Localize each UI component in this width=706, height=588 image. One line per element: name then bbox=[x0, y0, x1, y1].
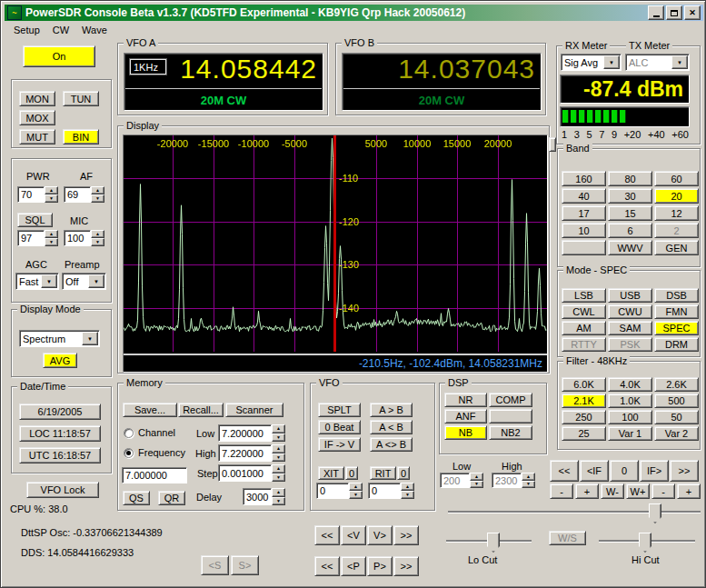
preamp-select[interactable]: Off▼ bbox=[62, 273, 106, 290]
dropdown-icon[interactable]: ▼ bbox=[82, 332, 98, 345]
mode-button-fmn[interactable]: FMN bbox=[654, 304, 699, 319]
scan-next-button[interactable]: S> bbox=[231, 555, 259, 575]
display-mode-select[interactable]: Spectrum▼ bbox=[19, 330, 100, 347]
spin-up-icon[interactable]: ▲ bbox=[272, 424, 285, 434]
filter-button-4k[interactable]: 4.0K bbox=[608, 377, 652, 392]
band-button-20[interactable]: 20 bbox=[654, 188, 699, 204]
rit-zero-button[interactable]: 0 bbox=[397, 466, 410, 480]
mut-button[interactable]: MUT bbox=[19, 129, 55, 145]
filter-shift-right-button[interactable]: >> bbox=[670, 460, 699, 482]
filter-button-25[interactable]: 25 bbox=[562, 426, 606, 441]
vfo-step-down-button[interactable]: <V bbox=[341, 525, 366, 545]
memory-recall-button[interactable]: Recall... bbox=[178, 403, 224, 417]
anf-button[interactable]: ANF bbox=[444, 409, 487, 424]
utc-time-display[interactable]: UTC 16:18:57 bbox=[19, 447, 101, 463]
rit-spinner[interactable]: 0 ▲▼ bbox=[368, 483, 414, 499]
filter-button-50[interactable]: 50 bbox=[654, 410, 699, 424]
spin-down-icon[interactable]: ▼ bbox=[401, 491, 414, 499]
local-time-display[interactable]: LOC 11:18:57 bbox=[19, 425, 101, 442]
splitter-handle[interactable] bbox=[549, 137, 556, 152]
shift-slider-thumb[interactable] bbox=[649, 503, 661, 523]
spin-up-icon[interactable]: ▲ bbox=[91, 230, 104, 238]
band-button-15[interactable]: 15 bbox=[608, 205, 652, 221]
band-button-gen[interactable]: GEN bbox=[654, 240, 699, 255]
spin-up-icon[interactable]: ▲ bbox=[272, 464, 285, 473]
mode-button-cwu[interactable]: CWU bbox=[608, 304, 652, 319]
mode-button-rtty[interactable]: RTTY bbox=[562, 337, 606, 352]
mic-spinner[interactable]: 100 ▲▼ bbox=[64, 230, 104, 246]
if-to-vfo-button[interactable]: IF -> V bbox=[318, 437, 361, 452]
menu-wave[interactable]: Wave bbox=[75, 23, 114, 37]
mode-button-dsb[interactable]: DSB bbox=[654, 288, 699, 303]
vfo-b-frequency[interactable]: 14.037043 bbox=[398, 54, 535, 85]
filter-width-plus-button[interactable]: W+ bbox=[626, 483, 650, 499]
rit-button[interactable]: RIT bbox=[370, 466, 396, 480]
qs-button[interactable]: QS bbox=[123, 491, 150, 505]
mox-button[interactable]: MOX bbox=[19, 110, 55, 125]
spin-up-icon[interactable]: ▲ bbox=[349, 483, 363, 491]
filter-width-minus-button[interactable]: W- bbox=[601, 483, 624, 499]
vfo-b-display[interactable]: 14.037043 20M CW bbox=[342, 53, 542, 111]
sql-spinner[interactable]: 97 ▲▼ bbox=[17, 230, 58, 246]
qr-button[interactable]: QR bbox=[158, 491, 185, 505]
scan-prev-button[interactable]: <S bbox=[201, 555, 229, 575]
scan-step-spinner[interactable]: 0.001000 ▲▼ bbox=[218, 464, 285, 482]
spin-down-icon[interactable]: ▼ bbox=[45, 194, 58, 203]
pan-left-button[interactable]: <P bbox=[341, 556, 366, 576]
xit-button[interactable]: XIT bbox=[318, 466, 344, 480]
filter-high-plus-button[interactable]: + bbox=[677, 483, 701, 499]
tune-step-display[interactable]: 1KHz bbox=[130, 59, 166, 75]
filter-button-250[interactable]: 250 bbox=[562, 410, 606, 424]
ws-button[interactable]: W/S bbox=[549, 531, 586, 545]
xit-zero-button[interactable]: 0 bbox=[345, 466, 358, 480]
filter-button-100[interactable]: 100 bbox=[608, 410, 652, 424]
scan-delay-spinner[interactable]: 3000 ▲▼ bbox=[243, 488, 285, 505]
spin-down-icon[interactable]: ▼ bbox=[45, 238, 58, 246]
date-display[interactable]: 6/19/2005 bbox=[19, 404, 101, 420]
vfo-lock-button[interactable]: VFO Lock bbox=[26, 482, 99, 498]
vfo-fast-down-button[interactable]: << bbox=[314, 525, 340, 545]
split-button[interactable]: SPLT bbox=[318, 403, 361, 417]
spin-down-icon[interactable]: ▼ bbox=[470, 481, 483, 489]
tx-meter-select[interactable]: ALC▼ bbox=[625, 54, 690, 71]
sql-button[interactable]: SQL bbox=[17, 213, 53, 227]
filter-low-minus-button[interactable]: - bbox=[550, 483, 573, 499]
filter-if-left-button[interactable]: <IF bbox=[580, 460, 609, 482]
spin-down-icon[interactable]: ▼ bbox=[272, 497, 285, 506]
pwr-spinner[interactable]: 70 ▲▼ bbox=[17, 186, 58, 203]
b-to-a-button[interactable]: A < B bbox=[370, 420, 413, 434]
spin-up-icon[interactable]: ▲ bbox=[522, 473, 535, 481]
spin-down-icon[interactable]: ▼ bbox=[349, 491, 363, 499]
memory-frequency-input[interactable]: 7.000000 bbox=[122, 467, 187, 483]
nr-button[interactable]: NR bbox=[444, 393, 487, 407]
rx-meter-select[interactable]: Sig Avg▼ bbox=[561, 54, 621, 71]
spin-down-icon[interactable]: ▼ bbox=[272, 453, 285, 463]
lo-cut-slider-thumb[interactable] bbox=[487, 533, 500, 553]
shift-slider-track[interactable] bbox=[448, 511, 701, 513]
vfo-step-up-button[interactable]: V> bbox=[367, 525, 393, 545]
tun-button[interactable]: TUN bbox=[63, 91, 99, 106]
avg-button[interactable]: AVG bbox=[43, 353, 77, 368]
filter-high-minus-button[interactable]: - bbox=[651, 483, 675, 499]
spin-down-icon[interactable]: ▼ bbox=[91, 238, 104, 246]
xit-spinner[interactable]: 0 ▲▼ bbox=[316, 483, 363, 499]
close-button[interactable]: ✕ bbox=[684, 5, 701, 20]
filter-if-right-button[interactable]: IF> bbox=[640, 460, 669, 482]
spin-up-icon[interactable]: ▲ bbox=[470, 473, 483, 481]
bin-button[interactable]: BIN bbox=[63, 129, 99, 145]
mode-button-sam[interactable]: SAM bbox=[608, 321, 652, 335]
pan-fast-right-button[interactable]: >> bbox=[393, 556, 419, 576]
mode-button-am[interactable]: AM bbox=[562, 321, 606, 335]
mode-button-psk[interactable]: PSK bbox=[608, 337, 652, 352]
dropdown-icon[interactable]: ▼ bbox=[88, 274, 104, 288]
dropdown-icon[interactable]: ▼ bbox=[41, 274, 57, 288]
band-button-17[interactable]: 17 bbox=[562, 205, 606, 221]
mode-button-spec[interactable]: SPEC bbox=[654, 321, 699, 335]
spin-up-icon[interactable]: ▲ bbox=[272, 488, 285, 497]
filter-button-var2[interactable]: Var 2 bbox=[654, 426, 699, 441]
dsp-blank-button[interactable] bbox=[489, 409, 532, 424]
nb-button[interactable]: NB bbox=[444, 425, 487, 440]
pan-right-button[interactable]: P> bbox=[367, 556, 393, 576]
band-button-160[interactable]: 160 bbox=[562, 171, 606, 186]
minimize-button[interactable] bbox=[648, 5, 664, 20]
